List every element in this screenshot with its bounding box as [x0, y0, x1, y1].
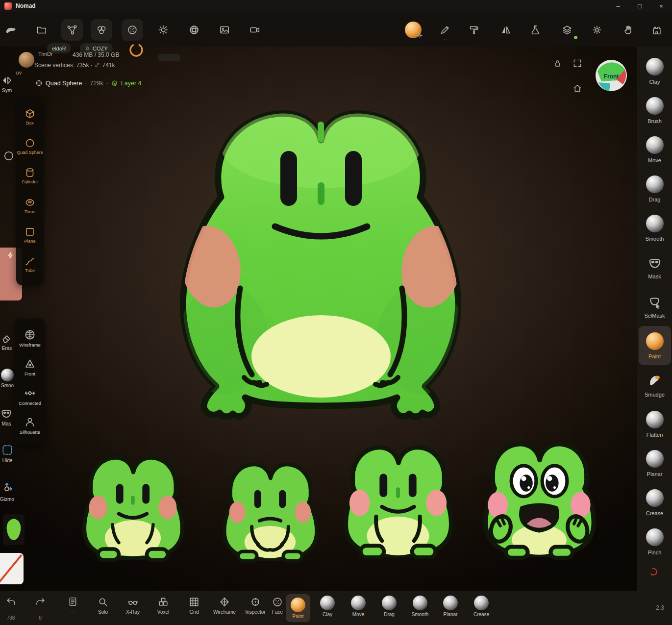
lab-button[interactable]	[524, 19, 546, 41]
bottom-tool-crease[interactable]: Crease	[468, 596, 495, 617]
menu-item-plane[interactable]: Plane	[16, 226, 44, 244]
toggle-voxel[interactable]: Voxel	[149, 597, 177, 615]
close-button[interactable]: ×	[650, 0, 672, 12]
tool-planar[interactable]: Planar	[639, 444, 671, 483]
left-tool-smooth[interactable]: Smoo	[1, 369, 14, 388]
tool-selmask[interactable]: SelMask	[639, 287, 671, 326]
add-primitive-button[interactable]	[61, 19, 83, 41]
lock-view-button[interactable]	[553, 59, 562, 68]
torus-icon	[26, 200, 33, 205]
smudge-icon	[647, 373, 663, 388]
bottom-tool-clay[interactable]: Clay	[314, 596, 341, 617]
gizmo-icon	[5, 483, 12, 491]
minimize-button[interactable]: –	[607, 0, 629, 12]
top-toolbar: …	[0, 12, 672, 47]
menu-item-box[interactable]: Box	[16, 108, 44, 125]
material-sphere-button[interactable]	[183, 19, 205, 41]
no-color-tile[interactable]	[0, 553, 24, 584]
canvas-frog-small-2[interactable]	[221, 460, 320, 564]
toggle-wireframe[interactable]: Wireframe	[211, 597, 238, 615]
menu-item-wireframe[interactable]: Wireframe	[15, 329, 45, 348]
left-tool-eraser[interactable]: Eras	[1, 332, 13, 351]
scene-button[interactable]	[91, 19, 112, 41]
canvas-frog-medium[interactable]	[342, 442, 454, 562]
tool-flatten[interactable]: Flatten	[639, 404, 671, 444]
undo-button[interactable]	[0, 597, 22, 607]
left-tool-gizmo[interactable]: Gizmo	[0, 481, 14, 502]
tool-smudge[interactable]: Smudge	[639, 365, 671, 404]
menu-item-label: Plane	[24, 239, 35, 244]
menu-item-silhouette[interactable]: Silhouette	[15, 416, 45, 435]
view-gizmo[interactable]: Front	[595, 59, 628, 92]
settings-button[interactable]	[586, 19, 608, 41]
tool-lasso-partial[interactable]	[639, 561, 671, 584]
gizmo-front-label[interactable]: Front	[604, 73, 619, 80]
current-color-tile[interactable]	[3, 514, 25, 545]
bottom-tool-drag[interactable]: Drag	[375, 596, 403, 617]
scene-spheres-icon	[98, 26, 105, 33]
tool-crease[interactable]: Crease	[639, 483, 671, 522]
reset-view-button[interactable]	[572, 83, 582, 93]
window-title: Nomad	[16, 2, 36, 9]
tool-brush[interactable]: Brush	[639, 91, 671, 130]
link-icon	[94, 62, 100, 68]
active-object-row[interactable]: Quad Sphere · 729k · Layer 4	[35, 79, 142, 87]
hide-selection-icon	[3, 446, 11, 454]
maximize-button[interactable]: □	[629, 0, 650, 12]
file-panel-button[interactable]: …	[62, 597, 83, 614]
tool-move[interactable]: Move	[639, 130, 671, 169]
tool-label: Drag	[384, 612, 395, 617]
tool-smooth[interactable]: Smooth	[639, 208, 671, 248]
menu-item-tube[interactable]: Tube	[16, 256, 44, 273]
toggle-solo[interactable]: Solo	[89, 597, 117, 615]
tool-mask[interactable]: Mask	[639, 248, 671, 287]
bottom-tool-move[interactable]: Move	[345, 596, 372, 617]
menu-item-connected[interactable]: Connected	[15, 387, 45, 406]
menu-item-quad-sphere[interactable]: Quad Sphere	[16, 138, 44, 155]
paint-sphere-icon	[646, 332, 664, 350]
grab-button[interactable]	[618, 19, 639, 41]
tool-label: Planar	[647, 471, 663, 477]
files-button[interactable]	[31, 19, 52, 41]
toggle-xray[interactable]: X-Ray	[119, 597, 147, 615]
menu-item-label: Connected	[19, 400, 41, 406]
tool-label: Pinch	[648, 550, 662, 555]
menu-item-cylinder[interactable]: Cylinder	[16, 167, 44, 184]
canvas-frog-small-1[interactable]	[81, 453, 185, 564]
object-vertex-count: 729k	[90, 80, 103, 87]
primitives-menu: Box Quad Sphere Cylinder Torus Plane Tub…	[16, 96, 44, 285]
lock-icon	[555, 61, 560, 66]
app-menu-button[interactable]	[0, 19, 22, 41]
tool-pinch[interactable]: Pinch	[639, 522, 671, 561]
redo-button[interactable]	[29, 597, 51, 607]
toggle-label: Inspector	[245, 609, 265, 615]
tool-label: Mask	[648, 274, 661, 279]
bottom-tool-planar[interactable]: Planar	[437, 596, 464, 617]
export-button[interactable]	[646, 19, 668, 41]
toggle-grid[interactable]: Grid	[180, 597, 208, 615]
sculpt-canvas[interactable]	[0, 12, 672, 625]
menu-item-front[interactable]: Front	[15, 358, 45, 376]
lighting-button[interactable]	[152, 19, 174, 41]
toggle-label: Grid	[190, 609, 199, 615]
menu-item-torus[interactable]: Torus	[16, 197, 44, 214]
left-tool-hide[interactable]: Hide	[1, 444, 14, 463]
tool-paint[interactable]: Paint	[639, 326, 671, 365]
tool-drag[interactable]: Drag	[639, 169, 671, 208]
active-layer-label[interactable]: Layer 4	[121, 80, 142, 87]
user-avatar	[19, 52, 34, 68]
canvas-frog-main[interactable]	[171, 109, 472, 420]
bottom-tool-paint[interactable]: Paint	[286, 594, 310, 622]
left-tool-symmetry[interactable]: Sym	[1, 75, 13, 93]
tool-label: Brush	[647, 118, 662, 124]
paint-settings-button[interactable]	[463, 19, 485, 41]
fullscreen-button[interactable]	[572, 58, 582, 68]
tool-clay[interactable]: Clay	[639, 51, 671, 91]
canvas-frog-excited[interactable]	[482, 439, 597, 563]
camera-button[interactable]	[244, 19, 266, 41]
left-tool-mask[interactable]: Mas	[0, 407, 13, 426]
background-image-button[interactable]	[214, 19, 235, 41]
topology-button[interactable]	[122, 19, 143, 41]
symmetry-button[interactable]	[495, 19, 517, 41]
bottom-tool-smooth[interactable]: Smooth	[406, 596, 434, 617]
